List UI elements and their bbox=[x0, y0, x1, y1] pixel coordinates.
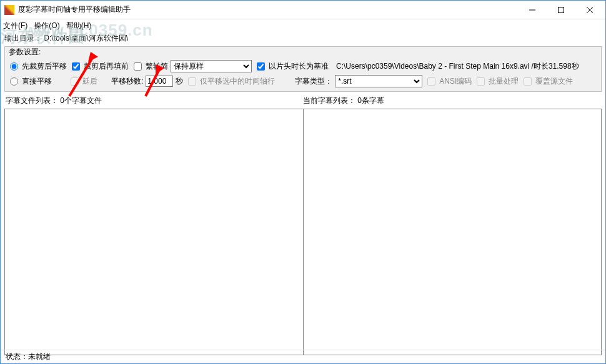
window-title: 度彩字幕时间轴专用平移编辑助手 bbox=[17, 4, 518, 15]
menu-help[interactable]: 帮助(H) bbox=[66, 21, 92, 31]
label-batch: 批量处理 bbox=[489, 76, 519, 87]
label-subtitle-type: 字幕类型： bbox=[295, 76, 332, 87]
params-row-1: 先裁剪后平移 裁剪后再填前 繁转简 保持原样 以片头时长为基准 C:\Users… bbox=[7, 59, 599, 74]
right-list-count: 0条字幕 bbox=[357, 96, 384, 105]
file-info: C:\Users\pc0359\Videos\Baby 2 - First St… bbox=[336, 61, 579, 72]
checkbox-overwrite[interactable] bbox=[524, 77, 532, 86]
label-only-selected: 仅平移选中的时间轴行 bbox=[200, 76, 275, 87]
output-dir-row: 输出目录： D:\tools\桌面\河东软件园\ bbox=[1, 32, 605, 45]
label-trim-then-shift: 先裁剪后平移 bbox=[22, 61, 67, 72]
current-subtitle-list[interactable] bbox=[303, 109, 602, 355]
statusbar: 状态： 未就绪 bbox=[1, 350, 605, 363]
checkbox-use-clip-duration[interactable] bbox=[257, 62, 265, 71]
menu-operate[interactable]: 操作(O) bbox=[34, 21, 59, 31]
status-value: 未就绪 bbox=[28, 352, 51, 362]
label-overwrite: 覆盖源文件 bbox=[535, 76, 573, 87]
checkbox-batch[interactable] bbox=[477, 77, 485, 86]
list-panes bbox=[4, 109, 602, 355]
checkbox-cut-then-fill[interactable] bbox=[72, 62, 80, 71]
label-delay: 延后 bbox=[82, 76, 97, 87]
select-subtitle-type[interactable]: *.srt bbox=[335, 75, 422, 87]
titlebar: 度彩字幕时间轴专用平移编辑助手 bbox=[1, 1, 605, 19]
label-ansi: ANSI编码 bbox=[439, 76, 472, 87]
radio-trim-then-shift[interactable] bbox=[10, 62, 18, 71]
left-list-label: 字幕文件列表： bbox=[6, 96, 58, 105]
checkbox-only-selected[interactable] bbox=[188, 77, 196, 86]
select-keep-original[interactable]: 保持原样 bbox=[171, 60, 252, 72]
params-legend: 参数设置: bbox=[7, 47, 42, 56]
minimize-button[interactable] bbox=[518, 1, 547, 19]
app-icon bbox=[4, 5, 14, 15]
maximize-button[interactable] bbox=[547, 1, 575, 19]
left-list-header: 字幕文件列表： 0个字幕文件 bbox=[6, 96, 303, 106]
label-seconds-unit: 秒 bbox=[176, 76, 183, 87]
checkbox-delay[interactable] bbox=[71, 77, 79, 86]
left-list-count: 0个字幕文件 bbox=[60, 96, 102, 105]
output-dir-path: D:\tools\桌面\河东软件园\ bbox=[44, 34, 128, 42]
checkbox-ansi[interactable] bbox=[427, 77, 435, 86]
radio-direct-shift[interactable] bbox=[10, 77, 18, 86]
label-direct-shift: 直接平移 bbox=[22, 76, 52, 87]
right-list-header: 当前字幕列表： 0条字幕 bbox=[303, 96, 600, 106]
input-shift-seconds[interactable] bbox=[146, 76, 173, 87]
label-trad-simp: 繁转简 bbox=[146, 61, 168, 72]
status-label: 状态： bbox=[6, 352, 28, 362]
output-dir-label: 输出目录： bbox=[4, 34, 42, 42]
params-row-2: 直接平移 延后 平移秒数: 秒 仅平移选中的时间轴行 字幕类型： *.srt A… bbox=[7, 74, 599, 89]
close-button[interactable] bbox=[575, 1, 604, 19]
checkbox-trad-simp[interactable] bbox=[134, 62, 142, 71]
label-shift-seconds: 平移秒数: bbox=[111, 76, 143, 87]
menubar: 河东软件园 文件(F) 操作(O) 帮助(H) bbox=[1, 19, 605, 32]
params-group: 参数设置: 先裁剪后平移 裁剪后再填前 繁转简 保持原样 以片头时长为基准 C:… bbox=[4, 46, 602, 92]
subtitle-file-list[interactable] bbox=[4, 109, 304, 355]
right-list-label: 当前字幕列表： bbox=[303, 96, 355, 105]
label-cut-then-fill: 裁剪后再填前 bbox=[84, 61, 129, 72]
svg-rect-1 bbox=[559, 7, 564, 12]
menu-file[interactable]: 文件(F) bbox=[3, 21, 27, 31]
list-headers: 字幕文件列表： 0个字幕文件 当前字幕列表： 0条字幕 bbox=[1, 93, 605, 109]
window-controls bbox=[518, 1, 604, 19]
label-use-clip-duration: 以片头时长为基准 bbox=[269, 61, 329, 72]
